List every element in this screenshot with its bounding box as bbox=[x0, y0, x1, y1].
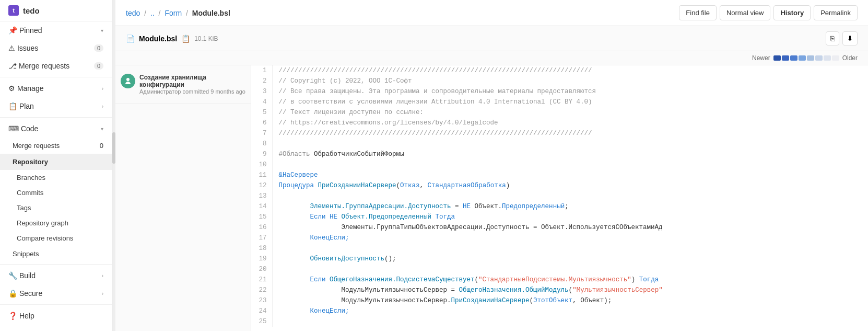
sidebar-item-commits-label: Commits bbox=[17, 189, 43, 197]
sidebar-item-merge-requests-sub-label: Merge requests bbox=[13, 142, 60, 150]
sidebar-item-snippets[interactable]: Snippets bbox=[0, 246, 112, 262]
sidebar-item-help-label: ❓ Help bbox=[8, 312, 34, 320]
sidebar-item-tags-label: Tags bbox=[17, 204, 31, 212]
breadcrumb-sep-2: / bbox=[159, 9, 161, 17]
sidebar-item-plan-label: 📋 Plan bbox=[8, 102, 34, 110]
main-content: tedo / .. / Form / Module.bsl Find file … bbox=[115, 0, 868, 331]
line-number: 19 bbox=[251, 254, 272, 264]
sidebar-item-repository-graph[interactable]: Repository graph bbox=[0, 215, 112, 231]
permalink-button[interactable]: Permalink bbox=[814, 5, 858, 20]
table-row: 5// Текст лицензии доступен по ссылке: bbox=[251, 107, 868, 118]
line-code: Элементы.ГруппаАдресации.Доступность = Н… bbox=[272, 201, 868, 212]
download-button[interactable]: ⬇ bbox=[842, 31, 858, 45]
table-row: 9#Область ОбработчикиСобытийФормы bbox=[251, 149, 868, 159]
table-row: 17 КонецЕсли; bbox=[251, 233, 868, 243]
sidebar-item-compare-revisions[interactable]: Compare revisions bbox=[0, 231, 112, 246]
file-header: 📄 Module.bsl 📋 10.1 KiB ⎘ ⬇ bbox=[115, 26, 868, 51]
line-number: 23 bbox=[251, 295, 272, 306]
chevron-right-icon-2: › bbox=[102, 104, 103, 109]
sidebar-item-repository-graph-label: Repository graph bbox=[17, 219, 68, 227]
sidebar-item-code-label: ⌨ Code bbox=[8, 124, 38, 133]
line-code: Процедура ПриСозданииНаСервере(Отказ, Ст… bbox=[272, 180, 868, 191]
line-code: // в соответствии с условиями лицензии A… bbox=[272, 97, 868, 107]
line-number: 2 bbox=[251, 76, 272, 86]
sidebar-item-pinned[interactable]: 📌 Pinned ▾ bbox=[0, 21, 112, 39]
topbar: tedo / .. / Form / Module.bsl Find file … bbox=[115, 0, 868, 26]
blame-commit: Создание хранилища конфигурации bbox=[139, 74, 245, 88]
sidebar-item-repository[interactable]: Repository bbox=[0, 154, 112, 170]
line-number: 17 bbox=[251, 233, 272, 243]
blame-block-4 bbox=[799, 55, 806, 61]
clipboard-icon[interactable]: 📋 bbox=[181, 35, 190, 43]
file-icon: 📄 bbox=[126, 35, 135, 43]
sidebar-item-repository-label: Repository bbox=[13, 158, 48, 166]
table-row: 15 Если НЕ Объект.Предопределенный Тогда bbox=[251, 212, 868, 222]
sidebar-item-commits[interactable]: Commits bbox=[0, 185, 112, 200]
line-code bbox=[272, 159, 868, 170]
breadcrumb-form[interactable]: Form bbox=[165, 9, 182, 17]
chevron-down-icon-2: ▾ bbox=[101, 126, 103, 132]
table-row: 1///////////////////////////////////////… bbox=[251, 65, 868, 76]
line-number: 7 bbox=[251, 128, 272, 139]
line-code: Элементы.ГруппаТипыОбъектовАдресации.Дос… bbox=[272, 222, 868, 233]
line-code: ////////////////////////////////////////… bbox=[272, 65, 868, 76]
line-code: &НаСервере bbox=[272, 170, 868, 180]
breadcrumb-tedo[interactable]: tedo bbox=[126, 9, 140, 17]
table-row: 6// https://creativecommons.org/licenses… bbox=[251, 118, 868, 128]
blame-block-1 bbox=[773, 55, 781, 61]
normal-view-button[interactable]: Normal view bbox=[720, 5, 771, 20]
blame-block-7 bbox=[824, 55, 831, 61]
line-code: // Все права защищены. Эта программа и с… bbox=[272, 86, 868, 97]
breadcrumb: tedo / .. / Form / Module.bsl bbox=[126, 9, 230, 17]
line-number: 24 bbox=[251, 306, 272, 316]
divider-4 bbox=[0, 304, 112, 305]
breadcrumb-sep-3: / bbox=[186, 9, 188, 17]
sidebar-item-manage[interactable]: ⚙ Manage › bbox=[0, 79, 112, 97]
sidebar-item-code[interactable]: ⌨ Code ▾ bbox=[0, 120, 112, 138]
table-row: 24 КонецЕсли; bbox=[251, 306, 868, 316]
blame-block-5 bbox=[807, 55, 814, 61]
sidebar-item-secure[interactable]: 🔒 Secure › bbox=[0, 284, 112, 302]
sidebar-title: tedo bbox=[23, 6, 40, 15]
sidebar-item-build[interactable]: 🔧 Build › bbox=[0, 267, 112, 284]
line-code: КонецЕсли; bbox=[272, 233, 868, 243]
sidebar-item-branches-label: Branches bbox=[17, 174, 45, 181]
table-row: 14 Элементы.ГруппаАдресации.Доступность … bbox=[251, 201, 868, 212]
sidebar-item-pinned-label: 📌 Pinned bbox=[8, 26, 42, 35]
line-number: 10 bbox=[251, 159, 272, 170]
blame-author: Администратор committed 9 months ago bbox=[139, 88, 245, 95]
file-info: 📄 Module.bsl 📋 10.1 KiB bbox=[126, 35, 218, 43]
blame-block-8 bbox=[832, 55, 839, 61]
sidebar-item-manage-label: ⚙ Manage bbox=[8, 84, 43, 93]
line-number: 11 bbox=[251, 170, 272, 180]
sidebar-item-merge-requests[interactable]: ⎇ Merge requests 0 bbox=[0, 57, 112, 75]
history-button[interactable]: History bbox=[773, 5, 811, 20]
sidebar-item-tags[interactable]: Tags bbox=[0, 200, 112, 215]
sidebar-item-issues-label: ⚠ Issues bbox=[8, 44, 38, 52]
breadcrumb-parent[interactable]: .. bbox=[150, 9, 155, 17]
sidebar-item-help[interactable]: ❓ Help bbox=[0, 307, 112, 325]
blame-blocks bbox=[773, 55, 839, 61]
line-code: Если ОбщегоНазначения.ПодсистемаСуществу… bbox=[272, 275, 868, 285]
issues-badge: 0 bbox=[94, 44, 103, 52]
line-number: 16 bbox=[251, 222, 272, 233]
sidebar-item-build-label: 🔧 Build bbox=[8, 271, 36, 280]
blame-block-6 bbox=[815, 55, 823, 61]
table-row: 16 Элементы.ГруппаТипыОбъектовАдресации.… bbox=[251, 222, 868, 233]
sidebar-item-plan[interactable]: 📋 Plan › bbox=[0, 97, 112, 115]
copy-raw-button[interactable]: ⎘ bbox=[826, 31, 839, 45]
sidebar-item-merge-requests-sub[interactable]: Merge requests 0 bbox=[0, 138, 112, 154]
find-file-button[interactable]: Find file bbox=[679, 5, 717, 20]
avatar bbox=[121, 74, 135, 88]
sidebar-item-branches[interactable]: Branches bbox=[0, 170, 112, 185]
code-area: Создание хранилища конфигурации Админист… bbox=[115, 65, 868, 331]
table-row: 3// Все права защищены. Эта программа и … bbox=[251, 86, 868, 97]
line-number: 9 bbox=[251, 149, 272, 159]
line-code: #Область ОбработчикиСобытийФормы bbox=[272, 149, 868, 159]
file-size: 10.1 KiB bbox=[194, 35, 218, 42]
sidebar-item-secure-label: 🔒 Secure bbox=[8, 289, 42, 298]
blame-panel: Создание хранилища конфигурации Админист… bbox=[115, 65, 251, 331]
line-code bbox=[272, 316, 868, 327]
table-row: 4// в соответствии с условиями лицензии … bbox=[251, 97, 868, 107]
sidebar-item-issues[interactable]: ⚠ Issues 0 bbox=[0, 39, 112, 57]
